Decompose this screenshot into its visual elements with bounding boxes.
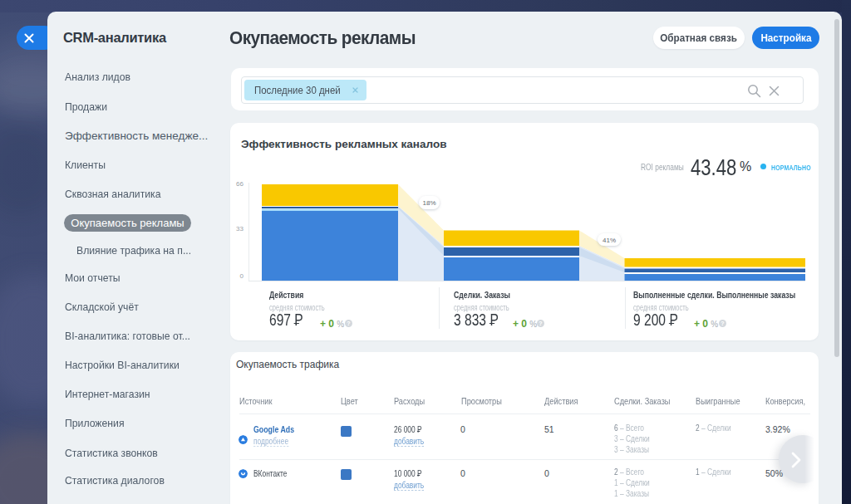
svg-text:66: 66 xyxy=(236,180,243,188)
svg-text:0: 0 xyxy=(240,272,244,280)
svg-text:41%: 41% xyxy=(603,237,616,244)
svg-text:18%: 18% xyxy=(422,199,435,207)
svg-text:33: 33 xyxy=(236,225,243,232)
